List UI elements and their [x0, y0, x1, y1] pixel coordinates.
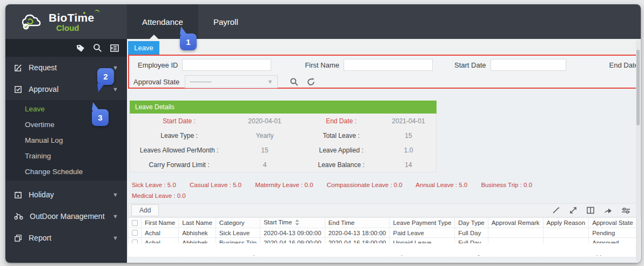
leave-type-label: Leave Type : — [130, 132, 228, 139]
col-last-name[interactable]: Last Name — [179, 218, 216, 228]
submenu-item-training[interactable]: Training — [5, 148, 127, 164]
cell-day-type: Full Day — [455, 228, 488, 238]
menu-collapse-icon[interactable] — [110, 44, 119, 52]
tag-icon[interactable] — [76, 43, 85, 52]
brand-name: BioTime — [49, 12, 95, 23]
col-end-time[interactable]: End Time — [325, 218, 390, 228]
motorcycle-icon — [14, 212, 23, 220]
brand-swoosh — [94, 9, 100, 14]
filter-refresh-button[interactable] — [306, 77, 316, 87]
columns-icon[interactable] — [586, 206, 595, 215]
export-icon[interactable] — [603, 207, 613, 215]
report-icon — [14, 234, 22, 242]
sidebar-item-outdoor-label: OutDoor Management — [30, 212, 105, 221]
chevron-down-icon: ▼ — [112, 86, 118, 92]
leave-details-title: Leave Details — [130, 101, 437, 114]
employee-id-input[interactable] — [182, 59, 271, 71]
search-icon[interactable] — [93, 43, 102, 52]
sidebar-item-approval-label: Approval — [29, 85, 58, 94]
tab-payroll[interactable]: Payroll — [198, 4, 253, 39]
submenu-item-leave[interactable]: Leave — [5, 101, 127, 117]
leave-details-row: Leaves Allowed PerMonth : 15 Leave Appli… — [130, 143, 436, 157]
leave-details-row: Carry Forward Limit : 4 Leave Balance : … — [130, 157, 436, 172]
leave-module-tab[interactable]: Leave — [128, 41, 159, 55]
sidebar-item-outdoor[interactable]: OutDoor Management ▼ — [5, 205, 127, 227]
submenu-item-overtime[interactable]: Overtime — [5, 117, 127, 132]
callout-badge-1: 1 — [180, 34, 197, 50]
callout-1-number: 1 — [186, 37, 190, 46]
cell-apply-reason — [543, 228, 589, 238]
callout-badge-3: 3 — [92, 109, 109, 126]
scrollbar-thumb[interactable] — [636, 50, 640, 125]
end-date-field-label: End Date : — [301, 117, 381, 125]
callout-2-number: 2 — [103, 72, 108, 81]
filter-settings-icon[interactable] — [621, 207, 630, 215]
app-window: BioTime Cloud Attendance Payroll — [5, 4, 641, 263]
tab-payroll-label: Payroll — [213, 17, 238, 26]
calendar-icon — [14, 191, 22, 199]
total-leave-label: Total Leave : — [301, 132, 381, 139]
leave-details-row: Start Date : 2020-04-01 End Date : 2021-… — [130, 114, 436, 128]
sidebar-toolbar — [5, 39, 127, 57]
carry-forward-value: 4 — [228, 161, 301, 169]
filter-search-button[interactable] — [290, 77, 299, 87]
col-start-time[interactable]: Start Time — [260, 218, 325, 228]
brand-sub: Cloud — [56, 24, 95, 32]
cell-last-name: Abhishek — [179, 228, 216, 238]
col-category[interactable]: Category — [216, 218, 260, 228]
submenu-item-manual-log[interactable]: Manual Log — [5, 132, 127, 148]
summary-medical-leave: Medical Leave : 0.0 — [132, 192, 622, 199]
summary-business-trip: Business Trip : 0.0 — [481, 182, 532, 188]
add-button[interactable]: Add — [131, 204, 159, 216]
chevron-down-icon: ▼ — [112, 191, 118, 198]
summary-maternity-leave: Maternity Leave : 0.0 — [255, 182, 313, 188]
col-leave-payment-type[interactable]: Leave Payment Type — [390, 218, 455, 228]
cell-leave-payment-type: Paid Leave — [390, 228, 455, 238]
table-tools — [552, 206, 636, 215]
chevron-down-icon: ▼ — [112, 213, 118, 220]
filter-row-1: Employee ID First Name Start Date End Da… — [129, 58, 639, 72]
submenu-item-change-schedule[interactable]: Change Schedule — [5, 164, 127, 179]
start-date-input[interactable] — [491, 59, 566, 71]
filter-row-2: Approval State ---------- ▼ — [129, 75, 639, 89]
sidebar-item-report[interactable]: Report ▼ — [5, 227, 127, 249]
sidebar-item-holiday[interactable]: Holiday ▼ — [5, 184, 127, 205]
chevron-down-icon: ▼ — [112, 235, 118, 241]
cell-first-name: Achal — [142, 228, 179, 238]
top-header: BioTime Cloud Attendance Payroll — [5, 4, 641, 39]
col-approval-state[interactable]: Approval State — [589, 218, 636, 228]
callout-3-number: 3 — [98, 113, 102, 122]
brand-i-dot — [83, 12, 85, 14]
expand-icon[interactable] — [569, 206, 578, 215]
leave-details-row: Leave Type : Yearly Total Leave : 15 — [130, 128, 436, 143]
approval-icon — [14, 85, 22, 94]
col-approval-remark[interactable]: Approval Remark — [488, 218, 543, 228]
leave-balance-value: 14 — [381, 161, 436, 169]
sidebar-item-holiday-label: Holiday — [29, 190, 54, 199]
summary-sick-leave: Sick Leave : 5.0 — [132, 182, 176, 188]
col-first-name[interactable]: First Name — [142, 218, 179, 228]
sort-icon[interactable] — [295, 220, 299, 227]
approval-state-label: Approval State — [133, 78, 179, 86]
approval-state-value: ---------- — [190, 78, 211, 85]
end-date-label: End Date — [609, 61, 639, 69]
brand-text: BioTime Cloud — [49, 12, 95, 32]
employee-id-label: Employee ID — [138, 61, 178, 69]
start-date-label: Start Date — [454, 61, 486, 69]
first-name-input[interactable] — [344, 59, 433, 71]
magic-wand-icon[interactable] — [552, 206, 560, 215]
select-all-checkbox[interactable] — [132, 220, 138, 226]
start-date-field-label: Start Date : — [130, 117, 228, 125]
carry-forward-label: Carry Forward Limit : — [130, 161, 228, 169]
row-checkbox[interactable] — [132, 230, 138, 236]
col-apply-reason[interactable]: Apply Reason — [543, 218, 589, 228]
vertical-scrollbar[interactable] — [636, 40, 640, 262]
search-icon — [290, 77, 299, 87]
callout-tail — [92, 102, 101, 111]
table-row[interactable]: Achal Abhishek Sick Leave 2020-04-13 09:… — [129, 228, 641, 238]
approval-state-select[interactable]: ---------- ▼ — [185, 75, 278, 88]
summary-casual-leave: Casual Leave : 5.0 — [190, 182, 242, 188]
cell-approval-remark — [488, 228, 543, 238]
col-day-type[interactable]: Day Type — [455, 218, 488, 228]
end-date-field-value: 2021-04-01 — [381, 117, 436, 125]
